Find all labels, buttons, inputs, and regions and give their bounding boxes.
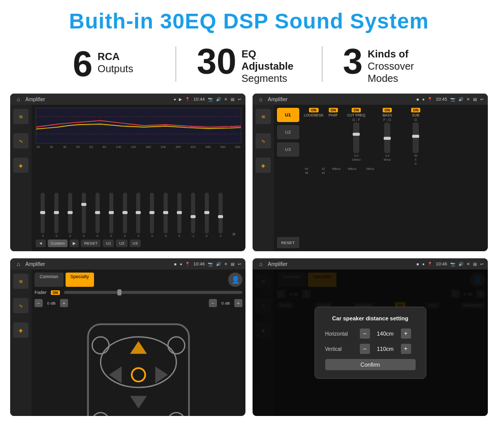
stat-label-eq-2: Segments [241, 72, 301, 84]
play-icon-1: ▶ [179, 97, 182, 102]
eq-slider-3: 0 [64, 193, 77, 237]
speaker-main-area: Common Specialty 👤 Fader ON − 0 dB [32, 270, 245, 416]
back-icon-1[interactable]: ↩ [238, 97, 241, 102]
stat-number-eq: 30 [197, 44, 236, 79]
screen2-content: ≋ ∿ ◈ U1 U2 U3 RESET ON LOUDNESS [253, 105, 488, 251]
screen2-title: Amplifier [268, 97, 414, 102]
stat-rca: 6 RCA Outputs [30, 46, 175, 82]
home-icon-2[interactable]: ⌂ [257, 95, 265, 103]
speaker-controls-left: − 0 dB + − 0 dB + [35, 299, 68, 416]
bass-on-badge[interactable]: ON [383, 108, 392, 112]
horizontal-plus-btn[interactable]: + [401, 328, 411, 339]
prev-btn[interactable]: ◄ [36, 240, 46, 247]
eq-slider-13: 0 [200, 193, 213, 237]
eq-slider-9: 0 [146, 193, 159, 237]
bass-slider[interactable] [384, 123, 390, 153]
speaker-eq-btn2[interactable]: ≋ [13, 274, 28, 289]
eq-main-area: 25 32 40 50 63 80 100 125 160 200 250 32… [32, 105, 245, 251]
db-minus-3[interactable]: − [209, 299, 217, 307]
dots-icon-1: ● [174, 97, 176, 102]
u2-btn[interactable]: U2 [116, 240, 127, 247]
stat-label-crossover-1: Kinds of [368, 48, 447, 60]
eq-slider-1: 0 [37, 193, 49, 237]
svg-marker-6 [130, 341, 147, 354]
screen-speaker: ⌂ Amplifier ■ ● 📍 10:46 📷 🔊 ✕ ▤ ↩ ≋ ∿ ◈ … [10, 258, 245, 416]
crossover-presets: U1 U2 U3 RESET [274, 105, 302, 251]
u1-btn[interactable]: U1 [103, 240, 114, 247]
stat-eq: 30 EQ Adjustable Segments [176, 44, 321, 84]
status-bar-4: ⌂ Amplifier ■ ● 📍 10:46 📷 🔊 ✕ ▤ ↩ [253, 258, 488, 270]
speaker-controls-right: − 0 dB + − 0 dB + [209, 299, 242, 416]
svg-marker-8 [109, 367, 122, 383]
profile-icon[interactable]: 👤 [228, 273, 242, 287]
loudness-on-badge[interactable]: ON [309, 108, 319, 112]
crossover-reset-btn[interactable]: RESET [277, 237, 299, 248]
wave-toggle-btn[interactable]: ∿ [13, 133, 28, 148]
eq-slider-11: 0 [173, 193, 186, 237]
eq-slider-6: 0 [105, 193, 117, 237]
tab-specialty[interactable]: Specialty [66, 273, 95, 287]
close-icon-1[interactable]: ✕ [224, 97, 228, 102]
cutfreq-on-badge[interactable]: ON [352, 108, 361, 112]
confirm-button[interactable]: Confirm [325, 359, 416, 370]
distance-dialog-overlay: Car speaker distance setting Horizontal … [253, 270, 488, 416]
vertical-plus-btn[interactable]: + [401, 344, 411, 354]
vertical-row: Vertical − 110cm + [325, 344, 416, 354]
phat-on-badge[interactable]: ON [329, 108, 338, 112]
speaker-wave-btn2[interactable]: ∿ [13, 298, 28, 313]
crossover-eq-btn[interactable]: ≋ [256, 109, 271, 124]
u1-preset-btn[interactable]: U1 [277, 108, 299, 122]
menu-icon-1[interactable]: ▤ [231, 97, 235, 102]
svg-point-11 [168, 337, 184, 354]
home-icon-3[interactable]: ⌂ [14, 260, 22, 268]
vol-icon-1[interactable]: 🔊 [216, 97, 221, 102]
vertical-minus-btn[interactable]: − [360, 344, 370, 354]
db-value-3: 0 dB [219, 301, 233, 306]
eq-slider-5: 0 [91, 193, 104, 237]
cutfreq-slider[interactable] [353, 123, 359, 153]
crossover-side-controls: ≋ ∿ ◈ [253, 105, 274, 251]
horizontal-label: Horizontal [325, 331, 356, 337]
reset-btn[interactable]: RESET [81, 240, 101, 247]
sub-on-badge[interactable]: ON [411, 108, 421, 112]
db-control-3: − 0 dB + [209, 299, 242, 307]
u2-preset-btn[interactable]: U2 [277, 125, 299, 139]
u3-btn[interactable]: U3 [130, 240, 141, 247]
cam-icon-1[interactable]: 📷 [208, 97, 213, 102]
home-icon-4[interactable]: ⌂ [257, 260, 265, 268]
screen2-time: 10:45 [435, 97, 447, 102]
expand-btn[interactable]: » [228, 230, 240, 237]
page-title: Buith-in 30EQ DSP Sound System [0, 0, 498, 39]
sub-slider[interactable] [413, 123, 419, 153]
car-layout-area: − 0 dB + − 0 dB + [35, 299, 242, 416]
custom-btn[interactable]: Custom [48, 240, 68, 247]
stat-label-rca-1: RCA [98, 50, 133, 63]
play-btn[interactable]: ▶ [70, 240, 79, 247]
vertical-value: 110cm [374, 346, 397, 352]
db-minus-1[interactable]: − [35, 299, 43, 307]
eq-bottom-controls: ◄ Custom ▶ RESET U1 U2 U3 [36, 237, 241, 248]
db-plus-3[interactable]: + [234, 299, 242, 307]
svg-point-10 [92, 337, 109, 354]
screen1-title: Amplifier [25, 97, 171, 102]
speaker-expand-btn[interactable]: ◈ [13, 322, 28, 338]
fader-slider[interactable] [64, 291, 242, 294]
tab-common[interactable]: Common [35, 273, 64, 287]
stat-label-eq-1: EQ Adjustable [241, 48, 301, 72]
screen1-time: 10:44 [193, 97, 205, 102]
crossover-wave-btn[interactable]: ∿ [256, 133, 271, 148]
fader-on-badge[interactable]: ON [51, 290, 60, 295]
eq-toggle-btn[interactable]: ≋ [13, 109, 28, 124]
db-plus-1[interactable]: + [60, 299, 68, 307]
crossover-speaker-btn[interactable]: ◈ [256, 158, 271, 173]
home-icon-1[interactable]: ⌂ [14, 95, 22, 103]
status-bar-1: ⌂ Amplifier ● ▶ 📍 10:44 📷 🔊 ✕ ▤ ↩ [10, 94, 245, 105]
horizontal-minus-btn[interactable]: − [360, 328, 370, 339]
u3-preset-btn[interactable]: U3 [277, 142, 299, 157]
db-value-1: 0 dB [44, 301, 58, 306]
vertical-label: Vertical [325, 346, 356, 352]
eq-slider-4: 5 [78, 193, 90, 237]
screen4-content: ≋ ∿ ◈ Common Specialty 👤 − 0 dB + [253, 270, 488, 416]
speaker-toggle-btn[interactable]: ◈ [13, 158, 28, 173]
distance-dialog: Car speaker distance setting Horizontal … [315, 307, 426, 379]
